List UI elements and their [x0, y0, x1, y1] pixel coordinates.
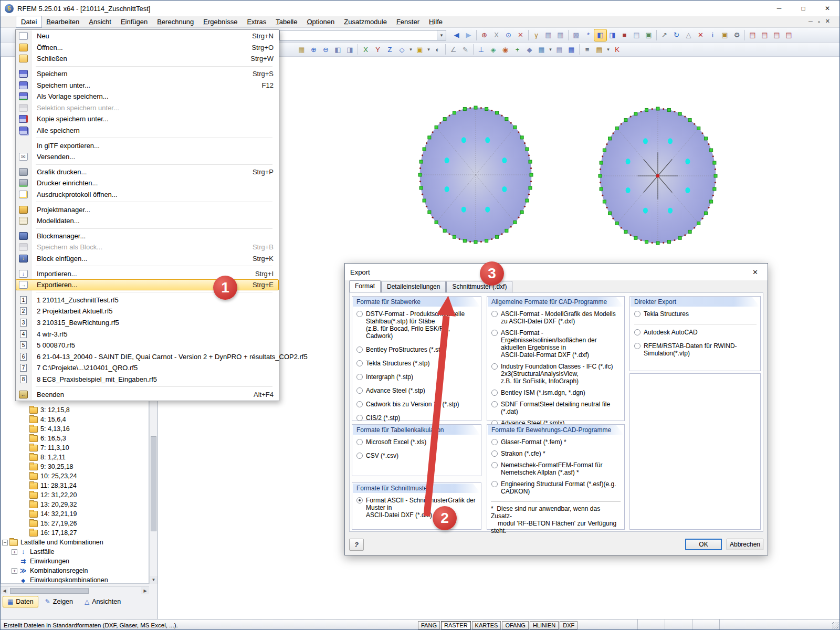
menu-bar-item[interactable]: Einfügen [116, 16, 152, 27]
scroll-right-icon[interactable]: ▶ [141, 587, 149, 594]
combo-dropdown-icon[interactable]: ▾ [437, 30, 446, 40]
control-point-icon[interactable]: ⊙ [502, 29, 514, 41]
file-menu-item[interactable]: Projektmanager... [16, 204, 279, 215]
tree-item[interactable]: 7: 11,3,10 [1, 443, 149, 453]
zoom-extents-icon[interactable]: ◨ [344, 44, 356, 55]
ok-button[interactable]: OK [685, 539, 722, 550]
toolbar-icon[interactable] [579, 44, 580, 55]
scroll-down-icon[interactable]: ▼ [150, 576, 158, 584]
radio-option[interactable]: Strakon (*.cfe) * [491, 450, 621, 457]
delete-objects-icon[interactable]: ✕ [695, 29, 707, 41]
tree-item[interactable]: + Kombinationsregeln [1, 566, 149, 575]
file-menu-item[interactable]: In glTF exportieren... [16, 140, 279, 151]
export-dialog-tab[interactable]: Format [349, 280, 381, 293]
toolbar-icon[interactable] [476, 30, 477, 40]
combinations-table-icon[interactable]: ▦ [554, 29, 566, 41]
printout-report-2-icon[interactable]: ▤ [759, 29, 771, 41]
scrollbar-thumb[interactable] [151, 436, 156, 531]
menu-bar-item[interactable]: Tabelle [271, 16, 302, 27]
file-menu-item[interactable]: Versenden... [16, 151, 279, 163]
tree-item[interactable]: 11: 28,31,24 [1, 481, 149, 490]
radio-button-icon[interactable] [356, 415, 363, 421]
select-arrow-icon[interactable]: ↗ [658, 29, 670, 41]
zoom-in-icon[interactable]: ⊕ [308, 44, 320, 55]
section-side-icon[interactable]: ■ [618, 29, 631, 41]
file-menu-item[interactable] [16, 290, 279, 294]
radio-button-icon[interactable] [491, 462, 498, 468]
toolbar-icon[interactable] [568, 30, 569, 40]
file-menu-item[interactable]: 4 4 wtr-3.rf5 [16, 328, 279, 340]
navigator-icon[interactable]: ≡ [581, 44, 593, 55]
file-menu-item[interactable]: Speichern als Block... Strg+B [16, 242, 279, 253]
tree-expander[interactable]: + [12, 549, 17, 555]
file-menu-item[interactable] [16, 136, 279, 140]
print-graphic-icon[interactable]: ▤ [771, 29, 783, 41]
radio-button-icon[interactable] [491, 311, 498, 317]
file-menu-item[interactable] [16, 385, 279, 388]
tree-item[interactable]: 14: 32,21,19 [1, 509, 149, 519]
isometric-view-icon[interactable]: ◇ [396, 44, 408, 55]
file-menu-item[interactable]: Ausdruckprotokoll öffnen... [16, 189, 279, 201]
radio-option[interactable]: RFEM/RSTAB-Daten für RWIND-Simulation(*.… [634, 342, 757, 357]
radio-option[interactable]: Tekla Structures (*.stp) [356, 360, 477, 367]
file-menu-item[interactable]: Drucker einrichten... [16, 177, 279, 189]
results-values-icon[interactable]: ◉ [499, 44, 511, 55]
menu-bar-item[interactable]: Extras [242, 16, 271, 27]
tree-item[interactable]: 3: 12,15,8 [1, 405, 149, 415]
view-z-icon[interactable]: Z [384, 44, 396, 55]
radio-option[interactable]: Industry Foundation Classes - IFC (*.ifc… [491, 363, 621, 385]
export-dialog-tab[interactable]: Detaileinstellungen [381, 281, 446, 292]
section-cut-icon[interactable]: ▤ [553, 44, 565, 55]
pdf-export-icon[interactable]: ▤ [783, 29, 795, 41]
maximize-button[interactable]: □ [791, 1, 815, 16]
radio-option[interactable]: CSV (*.csv) [356, 452, 477, 459]
tree-item[interactable]: 13: 20,29,32 [1, 500, 149, 509]
menu-bar-item[interactable]: Ergebnisse [198, 16, 242, 27]
file-menu-item[interactable]: 6 6 21-04-13_20040 - SAINT DIE, Quai Car… [16, 351, 279, 362]
radio-button-icon[interactable] [634, 311, 640, 317]
nav-back-icon[interactable]: ◀ [450, 29, 463, 41]
panel-icon[interactable]: ▤ [593, 44, 605, 55]
status-toggle[interactable]: FANG [418, 621, 440, 629]
radio-option[interactable]: Bentley ISM (*.ism.dgn, *.dgn) [491, 389, 621, 396]
toolbar-icon[interactable] [358, 44, 358, 55]
status-toggle[interactable]: HLINIEN [530, 621, 559, 629]
mdi-minimize-button[interactable]: ─ [808, 18, 813, 25]
radio-option[interactable]: SDNF FormatSteel detailing neutral file … [491, 401, 621, 415]
tree-item[interactable]: 5: 4,13,16 [1, 424, 149, 434]
visibility-icon[interactable]: ◐ [432, 44, 444, 55]
radio-button-icon[interactable] [356, 346, 363, 353]
tree-item[interactable]: 8: 1,2,11 [1, 453, 149, 462]
generate-loads-icon[interactable]: + [511, 44, 523, 55]
workplane-icon[interactable]: ▣ [414, 44, 426, 55]
status-toggle[interactable]: OFANG [502, 621, 529, 629]
render-mode-icon[interactable]: ◆ [523, 44, 536, 55]
file-menu-item[interactable]: Exportieren... Strg+E [16, 279, 279, 291]
view-x-icon[interactable]: X [360, 44, 372, 55]
file-menu-item[interactable]: Blockmanager... [16, 230, 279, 242]
scrollbar-thumb[interactable] [10, 588, 89, 594]
minimize-button[interactable]: ─ [767, 1, 791, 16]
zoom-window-icon[interactable]: ◧ [332, 44, 344, 55]
radio-option[interactable]: Autodesk AutoCAD [634, 324, 757, 336]
navigator-tab[interactable]: ✎ Zeigen [40, 596, 78, 607]
tree-item[interactable]: + Lastfälle [1, 547, 149, 556]
radio-option[interactable]: Advance Steel (*.stp) [356, 387, 477, 394]
tree-item[interactable]: Einwirkungskombinationen [1, 575, 149, 584]
radio-button-icon[interactable] [491, 390, 498, 396]
dialog-close-icon[interactable]: ✕ [748, 267, 762, 277]
radio-button-icon[interactable] [491, 401, 498, 407]
radio-option[interactable]: CIS/2 (*.stp) [356, 414, 477, 422]
dropdown-icon[interactable]: ▾ [408, 44, 414, 55]
radio-option[interactable]: Nemetschek-FormatFEM-Format für Nemetsch… [491, 461, 621, 476]
radio-button-icon[interactable] [491, 481, 498, 487]
file-menu-item[interactable] [16, 264, 279, 268]
menu-bar-item[interactable]: Fenster [392, 16, 424, 27]
menu-bar-item[interactable]: Optionen [302, 16, 339, 27]
radio-option[interactable]: Tekla Structures [634, 310, 757, 318]
color-legend-icon[interactable]: K [611, 44, 623, 55]
tree-horizontal-scrollbar[interactable]: ◀ ▶ [1, 586, 149, 594]
dropdown-icon[interactable]: ▾ [605, 44, 611, 55]
section-front-icon[interactable]: ◨ [606, 29, 618, 41]
file-menu-item[interactable]: Kopie speichern unter... [16, 113, 279, 125]
